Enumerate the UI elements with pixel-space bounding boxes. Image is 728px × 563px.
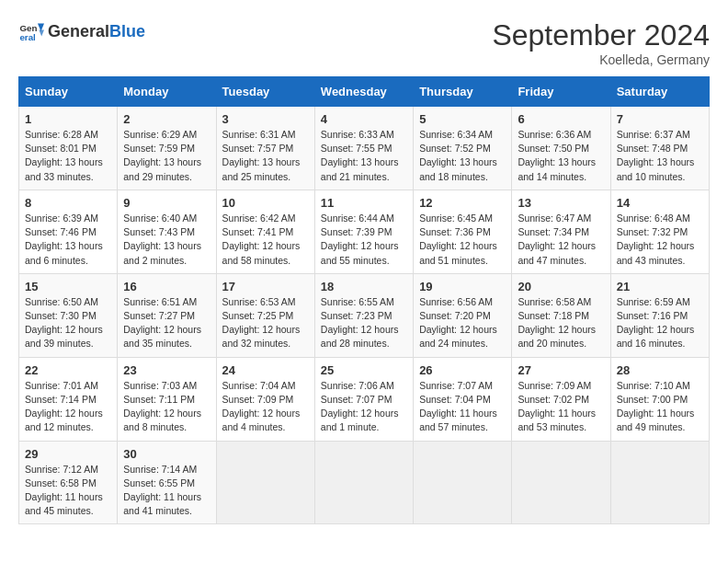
cell-content: Sunrise: 6:53 AMSunset: 7:25 PMDaylight:… <box>222 295 309 351</box>
daylight: Daylight: 12 hours and 55 minutes. <box>321 240 399 265</box>
cell-content: Sunrise: 6:28 AMSunset: 8:01 PMDaylight:… <box>25 128 111 184</box>
daylight: Daylight: 13 hours and 2 minutes. <box>123 240 201 265</box>
sunset: Sunset: 7:57 PM <box>222 143 294 154</box>
cell-content: Sunrise: 7:09 AMSunset: 7:02 PMDaylight:… <box>518 379 604 435</box>
month-title: September 2024 <box>492 18 710 52</box>
calendar-cell <box>610 441 709 524</box>
sunset: Sunset: 7:41 PM <box>222 226 294 237</box>
sunset: Sunset: 7:18 PM <box>518 310 589 321</box>
cell-content: Sunrise: 6:59 AMSunset: 7:16 PMDaylight:… <box>617 295 703 351</box>
day-number: 22 <box>25 363 111 377</box>
day-header-sunday: Sunday <box>19 77 118 107</box>
sunrise: Sunrise: 6:56 AM <box>419 296 493 307</box>
calendar-cell: 3Sunrise: 6:31 AMSunset: 7:57 PMDaylight… <box>216 107 314 190</box>
sunrise: Sunrise: 7:14 AM <box>123 464 197 475</box>
cell-content: Sunrise: 6:47 AMSunset: 7:34 PMDaylight:… <box>518 212 604 268</box>
sunrise: Sunrise: 6:39 AM <box>25 213 98 224</box>
sunset: Sunset: 7:55 PM <box>321 143 392 154</box>
cell-content: Sunrise: 7:10 AMSunset: 7:00 PMDaylight:… <box>617 379 703 435</box>
sunset: Sunset: 7:27 PM <box>123 310 195 321</box>
cell-content: Sunrise: 6:31 AMSunset: 7:57 PMDaylight:… <box>222 128 309 184</box>
sunset: Sunset: 7:39 PM <box>321 226 392 237</box>
day-number: 3 <box>222 112 309 126</box>
daylight: Daylight: 13 hours and 6 minutes. <box>25 240 103 265</box>
daylight: Daylight: 12 hours and 16 minutes. <box>617 324 695 349</box>
day-number: 5 <box>419 112 506 126</box>
logo-icon: Gen eral <box>18 18 44 44</box>
cell-content: Sunrise: 7:04 AMSunset: 7:09 PMDaylight:… <box>222 379 309 435</box>
calendar-cell: 2Sunrise: 6:29 AMSunset: 7:59 PMDaylight… <box>118 107 216 190</box>
daylight: Daylight: 12 hours and 28 minutes. <box>321 324 399 349</box>
cell-content: Sunrise: 7:12 AMSunset: 6:58 PMDaylight:… <box>25 463 111 519</box>
day-number: 8 <box>25 196 111 210</box>
daylight: Daylight: 11 hours and 53 minutes. <box>518 408 596 432</box>
sunset: Sunset: 7:50 PM <box>518 143 589 154</box>
title-area: September 2024 Koelleda, Germany <box>492 18 710 67</box>
cell-content: Sunrise: 7:06 AMSunset: 7:07 PMDaylight:… <box>321 379 407 435</box>
daylight: Daylight: 12 hours and 35 minutes. <box>123 324 201 349</box>
day-number: 1 <box>25 112 111 126</box>
sunrise: Sunrise: 6:29 AM <box>123 129 197 140</box>
day-number: 14 <box>617 196 703 210</box>
day-header-monday: Monday <box>118 77 216 107</box>
daylight: Daylight: 13 hours and 33 minutes. <box>25 156 103 181</box>
calendar-cell: 27Sunrise: 7:09 AMSunset: 7:02 PMDayligh… <box>512 357 610 441</box>
sunset: Sunset: 7:16 PM <box>617 310 688 321</box>
sunrise: Sunrise: 7:09 AM <box>518 380 591 391</box>
cell-content: Sunrise: 6:39 AMSunset: 7:46 PMDaylight:… <box>25 212 111 268</box>
day-header-wednesday: Wednesday <box>314 77 413 107</box>
sunrise: Sunrise: 6:47 AM <box>518 213 591 224</box>
sunset: Sunset: 7:14 PM <box>25 394 97 405</box>
week-row-2: 8Sunrise: 6:39 AMSunset: 7:46 PMDaylight… <box>19 190 710 273</box>
sunrise: Sunrise: 6:28 AM <box>25 129 98 140</box>
calendar-cell: 8Sunrise: 6:39 AMSunset: 7:46 PMDaylight… <box>19 190 118 273</box>
calendar-cell: 25Sunrise: 7:06 AMSunset: 7:07 PMDayligh… <box>314 357 413 441</box>
sunset: Sunset: 6:58 PM <box>25 477 97 488</box>
svg-marker-3 <box>39 30 44 37</box>
calendar-cell: 11Sunrise: 6:44 AMSunset: 7:39 PMDayligh… <box>314 190 413 273</box>
sunset: Sunset: 8:01 PM <box>25 143 97 154</box>
calendar-cell: 1Sunrise: 6:28 AMSunset: 8:01 PMDaylight… <box>19 107 118 190</box>
sunrise: Sunrise: 6:59 AM <box>617 296 690 307</box>
sunset: Sunset: 7:30 PM <box>25 310 97 321</box>
day-number: 13 <box>518 196 604 210</box>
daylight: Daylight: 12 hours and 24 minutes. <box>419 324 497 349</box>
daylight: Daylight: 11 hours and 45 minutes. <box>25 491 103 516</box>
cell-content: Sunrise: 7:14 AMSunset: 6:55 PMDaylight:… <box>123 463 210 519</box>
day-number: 27 <box>518 363 604 377</box>
cell-content: Sunrise: 6:55 AMSunset: 7:23 PMDaylight:… <box>321 295 407 351</box>
day-number: 18 <box>321 280 407 293</box>
daylight: Daylight: 13 hours and 10 minutes. <box>617 156 695 181</box>
sunset: Sunset: 7:02 PM <box>518 394 589 405</box>
logo-blue: Blue <box>109 22 145 40</box>
calendar-cell: 24Sunrise: 7:04 AMSunset: 7:09 PMDayligh… <box>216 357 314 441</box>
calendar-cell: 29Sunrise: 7:12 AMSunset: 6:58 PMDayligh… <box>19 441 118 524</box>
day-number: 17 <box>222 280 309 293</box>
sunrise: Sunrise: 6:48 AM <box>617 213 690 224</box>
week-row-5: 29Sunrise: 7:12 AMSunset: 6:58 PMDayligh… <box>19 441 710 524</box>
calendar-header-row: SundayMondayTuesdayWednesdayThursdayFrid… <box>19 77 710 107</box>
sunrise: Sunrise: 6:36 AM <box>518 129 591 140</box>
cell-content: Sunrise: 6:37 AMSunset: 7:48 PMDaylight:… <box>617 128 703 184</box>
sunset: Sunset: 7:48 PM <box>617 143 688 154</box>
cell-content: Sunrise: 6:45 AMSunset: 7:36 PMDaylight:… <box>419 212 506 268</box>
day-header-thursday: Thursday <box>414 77 512 107</box>
daylight: Daylight: 12 hours and 43 minutes. <box>617 240 695 265</box>
sunrise: Sunrise: 7:01 AM <box>25 380 98 391</box>
cell-content: Sunrise: 6:42 AMSunset: 7:41 PMDaylight:… <box>222 212 309 268</box>
calendar-cell: 14Sunrise: 6:48 AMSunset: 7:32 PMDayligh… <box>610 190 709 273</box>
calendar-cell: 6Sunrise: 6:36 AMSunset: 7:50 PMDaylight… <box>512 107 610 190</box>
daylight: Daylight: 12 hours and 8 minutes. <box>123 408 201 432</box>
calendar-cell: 15Sunrise: 6:50 AMSunset: 7:30 PMDayligh… <box>19 273 118 357</box>
cell-content: Sunrise: 6:29 AMSunset: 7:59 PMDaylight:… <box>123 128 210 184</box>
day-header-friday: Friday <box>512 77 610 107</box>
day-number: 7 <box>617 112 703 126</box>
sunrise: Sunrise: 6:45 AM <box>419 213 493 224</box>
day-header-tuesday: Tuesday <box>216 77 314 107</box>
daylight: Daylight: 12 hours and 58 minutes. <box>222 240 301 265</box>
sunset: Sunset: 7:07 PM <box>321 394 392 405</box>
calendar-cell: 12Sunrise: 6:45 AMSunset: 7:36 PMDayligh… <box>414 190 512 273</box>
daylight: Daylight: 11 hours and 57 minutes. <box>419 408 497 432</box>
daylight: Daylight: 12 hours and 1 minute. <box>321 408 399 432</box>
header: Gen eral GeneralBlue September 2024 Koel… <box>18 18 710 67</box>
